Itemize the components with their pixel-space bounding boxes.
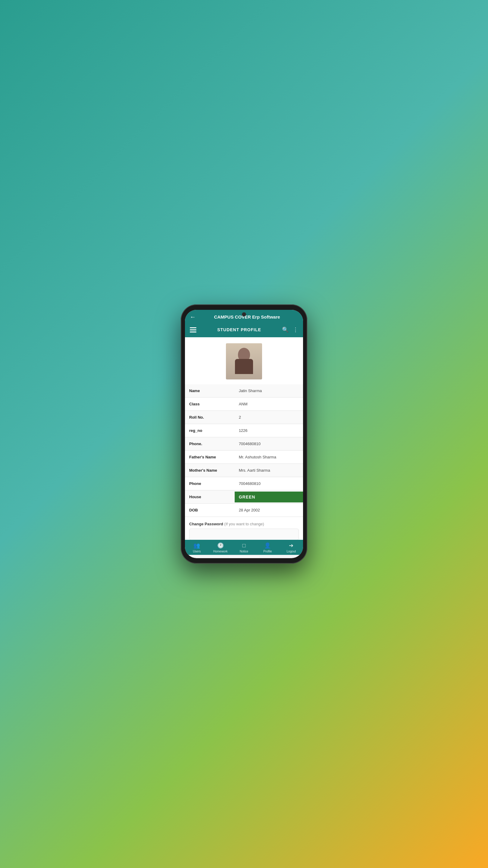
header-bar: STUDENT PROFILE 🔍 ⋮ <box>185 323 303 337</box>
table-row: Phone. 7004680810 <box>185 437 303 451</box>
more-options-icon[interactable]: ⋮ <box>293 327 298 333</box>
roll-label: Roll No. <box>185 412 235 423</box>
nav-homework[interactable]: 🕐 Homework <box>208 542 232 553</box>
name-value: Jatin Sharma <box>235 385 303 396</box>
house-label: House <box>185 492 235 502</box>
roll-value: 2 <box>235 412 303 423</box>
parent-phone-value: 7004680810 <box>235 478 303 489</box>
table-row: Name Jatin Sharma <box>185 384 303 398</box>
nav-users-label: Users <box>193 550 201 553</box>
table-row: Mother's Name Mrs. Aarti Sharma <box>185 464 303 477</box>
logout-icon: ➔ <box>289 542 293 549</box>
hamburger-menu[interactable] <box>190 327 196 333</box>
change-password-section: Change Password (If you want to change) <box>185 517 303 540</box>
dob-value: 28 Apr 2002 <box>235 505 303 516</box>
father-value: Mr. Ashutosh Sharma <box>235 452 303 462</box>
student-photo <box>226 343 262 379</box>
change-password-input[interactable] <box>189 529 299 540</box>
nav-notice[interactable]: □ Notice <box>232 542 256 553</box>
app-title: CAMPUS COVER Erp Software <box>196 314 298 319</box>
parent-phone-label: Phone <box>185 478 235 489</box>
table-row: Phone 7004680810 <box>185 477 303 490</box>
home-indicator <box>229 556 259 558</box>
house-value: GREEN <box>235 492 303 502</box>
page-title: STUDENT PROFILE <box>196 327 282 332</box>
top-bar: ← CAMPUS COVER Erp Software <box>185 310 303 323</box>
change-password-label: Change Password (If you want to change) <box>189 522 299 526</box>
nav-users[interactable]: 👥 Users <box>185 542 208 553</box>
table-row: DOB 28 Apr 2002 <box>185 504 303 517</box>
father-label: Father's Name <box>185 452 235 462</box>
mother-label: Mother's Name <box>185 465 235 475</box>
nav-homework-label: Homework <box>213 550 228 553</box>
phone-frame: ← CAMPUS COVER Erp Software STUDENT PROF… <box>181 304 307 564</box>
reg-label: reg_no <box>185 425 235 436</box>
header-icons: 🔍 ⋮ <box>282 327 298 333</box>
house-row: House GREEN <box>185 490 303 504</box>
notice-icon: □ <box>242 542 246 549</box>
back-button[interactable]: ← <box>190 313 196 320</box>
nav-logout-label: Logout <box>287 550 296 553</box>
search-icon[interactable]: 🔍 <box>282 327 289 333</box>
dob-label: DOB <box>185 505 235 516</box>
users-icon: 👥 <box>193 542 200 549</box>
reg-value: 1226 <box>235 425 303 436</box>
nav-logout[interactable]: ➔ Logout <box>280 542 303 553</box>
phone-value: 7004680810 <box>235 438 303 449</box>
camera <box>242 312 246 316</box>
nav-profile[interactable]: 👤 Profile <box>256 542 279 553</box>
bottom-nav: 👥 Users 🕐 Homework □ Notice 👤 Profile ➔ … <box>185 540 303 555</box>
homework-icon: 🕐 <box>217 542 224 549</box>
class-value: ANM <box>235 399 303 409</box>
info-table: Name Jatin Sharma Class ANM Roll No. 2 r… <box>185 384 303 517</box>
student-photo-face <box>226 343 262 379</box>
table-row: Roll No. 2 <box>185 411 303 424</box>
class-label: Class <box>185 399 235 409</box>
nav-notice-label: Notice <box>240 550 248 553</box>
phone-label: Phone. <box>185 438 235 449</box>
table-row: reg_no 1226 <box>185 424 303 437</box>
photo-section <box>185 337 303 384</box>
name-label: Name <box>185 385 235 396</box>
table-row: Father's Name Mr. Ashutosh Sharma <box>185 451 303 464</box>
table-row: Class ANM <box>185 398 303 411</box>
phone-screen: ← CAMPUS COVER Erp Software STUDENT PROF… <box>185 310 303 558</box>
content-area: Name Jatin Sharma Class ANM Roll No. 2 r… <box>185 337 303 540</box>
nav-profile-label: Profile <box>263 550 272 553</box>
profile-icon: 👤 <box>264 542 271 549</box>
mother-value: Mrs. Aarti Sharma <box>235 465 303 475</box>
